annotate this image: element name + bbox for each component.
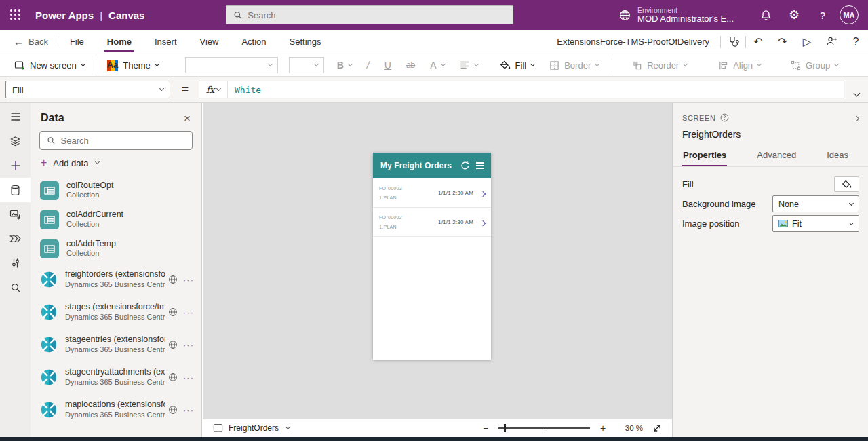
rail-search-button[interactable] xyxy=(0,275,31,300)
fill-color-button[interactable] xyxy=(834,176,859,192)
tab-advanced[interactable]: Advanced xyxy=(750,150,803,166)
freight-order-row[interactable]: FO-00002 1.PLAN 1/1/1 2:30 AM xyxy=(373,208,491,237)
data-search[interactable] xyxy=(39,131,193,150)
hamburger-icon[interactable] xyxy=(476,162,484,169)
data-row-freightorders[interactable]: freightorders (extensionsfo... Dynamics … xyxy=(31,263,201,296)
more-options-icon[interactable]: ··· xyxy=(182,307,195,318)
fill-button[interactable]: Fill xyxy=(492,54,542,76)
data-row-maplocations[interactable]: maplocations (extensionsfo... Dynamics 3… xyxy=(31,394,201,426)
rail-screens-button[interactable] xyxy=(0,129,31,153)
group-button[interactable]: Group xyxy=(783,54,846,76)
strikethrough-button[interactable]: ab xyxy=(399,54,422,76)
tab-properties[interactable]: Properties xyxy=(676,150,733,166)
zoom-out-button[interactable]: − xyxy=(477,423,494,434)
menu-item-view[interactable]: View xyxy=(189,30,231,54)
italic-button[interactable]: / xyxy=(359,54,377,76)
border-button[interactable]: Border xyxy=(542,54,606,76)
zoom-slider-tick xyxy=(545,425,545,431)
menu-item-file[interactable]: File xyxy=(58,30,96,54)
canvas-area[interactable]: My Freight Orders FO-00003 1.PLAN 1/1/1 … xyxy=(203,103,672,437)
rail-advanced-tools-button[interactable] xyxy=(0,251,31,275)
rail-insert-button[interactable] xyxy=(0,153,31,178)
property-select[interactable]: Fill xyxy=(5,81,170,98)
back-arrow-icon: ← xyxy=(14,36,24,47)
notifications-button[interactable] xyxy=(751,0,780,30)
data-row-stageentryattachments[interactable]: stageentryattachments (ext... Dynamics 3… xyxy=(31,361,201,394)
help-button[interactable]: ? xyxy=(808,0,837,30)
info-help-icon[interactable] xyxy=(720,113,729,122)
screen-preview[interactable]: My Freight Orders FO-00003 1.PLAN 1/1/1 … xyxy=(373,153,491,360)
more-options-icon[interactable]: ··· xyxy=(182,405,195,415)
more-options-icon[interactable]: ··· xyxy=(182,275,195,285)
freight-order-row[interactable]: FO-00003 1.PLAN 1/1/1 2:30 AM xyxy=(373,178,491,208)
background-image-select[interactable]: None xyxy=(772,195,859,212)
rail-data-button[interactable] xyxy=(0,178,31,202)
fx-button[interactable]: fx xyxy=(199,81,228,98)
data-row-stageentries[interactable]: stageentries (extensionsfor... Dynamics … xyxy=(31,328,201,361)
zoom-slider[interactable] xyxy=(498,427,590,429)
font-family-select[interactable] xyxy=(185,57,278,73)
menu-item-home[interactable]: Home xyxy=(96,30,143,54)
preview-play-button[interactable]: ▷ xyxy=(795,30,819,54)
menu-item-insert[interactable]: Insert xyxy=(143,30,189,54)
add-data-label: Add data xyxy=(53,158,88,168)
data-row-stages[interactable]: stages (extensionsforce/tm... Dynamics 3… xyxy=(31,296,201,328)
back-button[interactable]: ← Back xyxy=(0,36,58,47)
new-screen-button[interactable]: New screen xyxy=(7,54,92,76)
order-stage: 1.PLAN xyxy=(379,225,421,229)
app-checker-button[interactable] xyxy=(721,30,745,54)
menu-help-button[interactable]: ? xyxy=(844,30,868,54)
order-id-stage: FO-00002 1.PLAN xyxy=(379,215,421,229)
screen-selector[interactable]: FreightOrders xyxy=(213,423,290,433)
chevron-right-icon[interactable] xyxy=(481,187,485,199)
share-button[interactable] xyxy=(819,30,844,54)
close-icon[interactable]: × xyxy=(184,113,191,124)
fit-to-window-button[interactable] xyxy=(652,423,662,433)
global-search-input[interactable] xyxy=(248,10,506,20)
formula-bar-expand-button[interactable] xyxy=(852,83,862,101)
menu-item-action[interactable]: Action xyxy=(230,30,277,54)
account-avatar[interactable]: MA xyxy=(840,5,859,24)
screen-selector-label: FreightOrders xyxy=(229,423,279,433)
image-position-select[interactable]: Fit xyxy=(772,215,859,232)
data-row-colrouteopt[interactable]: colRouteOpt Collection xyxy=(31,176,201,205)
add-data-button[interactable]: + Add data xyxy=(31,150,201,172)
collapse-panel-button[interactable] xyxy=(854,114,859,122)
text-align-button[interactable] xyxy=(452,54,486,76)
search-icon xyxy=(47,136,56,145)
rail-media-button[interactable] xyxy=(0,202,31,227)
zoom-slider-thumb[interactable] xyxy=(504,424,506,432)
chevron-down-icon xyxy=(216,86,221,91)
data-search-input[interactable] xyxy=(61,136,185,146)
zoom-in-button[interactable]: + xyxy=(594,423,612,434)
globe-icon xyxy=(168,372,178,382)
data-row-name: freightorders (extensionsfo... xyxy=(65,269,165,280)
settings-button[interactable]: ⚙ xyxy=(780,0,808,30)
rail-power-automate-button[interactable] xyxy=(0,227,31,251)
align-button[interactable]: Align xyxy=(711,54,768,76)
data-row-name: colAddrTemp xyxy=(66,239,195,250)
reorder-button[interactable]: Reorder xyxy=(625,54,694,76)
data-row-coladdrcurrent[interactable]: colAddrCurrent Collection xyxy=(31,205,201,234)
tab-ideas[interactable]: Ideas xyxy=(820,150,855,166)
formula-input[interactable]: White xyxy=(228,81,844,98)
underline-button[interactable]: U xyxy=(377,54,399,76)
undo-button[interactable]: ↶ xyxy=(746,30,770,54)
redo-button[interactable]: ↷ xyxy=(770,30,795,54)
bell-icon xyxy=(760,9,772,21)
rail-tree-view-toggle[interactable] xyxy=(0,104,31,129)
app-launcher-icon[interactable] xyxy=(0,0,31,30)
global-search[interactable] xyxy=(226,5,513,24)
font-color-button[interactable]: A xyxy=(422,54,452,76)
font-size-select[interactable] xyxy=(289,57,324,73)
more-options-icon[interactable]: ··· xyxy=(182,340,195,350)
theme-button[interactable]: Aa Theme xyxy=(100,54,166,76)
more-options-icon[interactable]: ··· xyxy=(182,372,195,383)
data-row-coladdrtemp[interactable]: colAddrTemp Collection xyxy=(31,234,201,263)
refresh-icon[interactable] xyxy=(460,161,470,170)
chevron-right-icon[interactable] xyxy=(481,216,485,228)
layers-icon xyxy=(9,136,21,147)
environment-picker[interactable]: Environment MOD Administrator's E... xyxy=(618,6,734,24)
menu-item-settings[interactable]: Settings xyxy=(278,30,333,54)
bold-button[interactable]: B xyxy=(330,54,359,76)
